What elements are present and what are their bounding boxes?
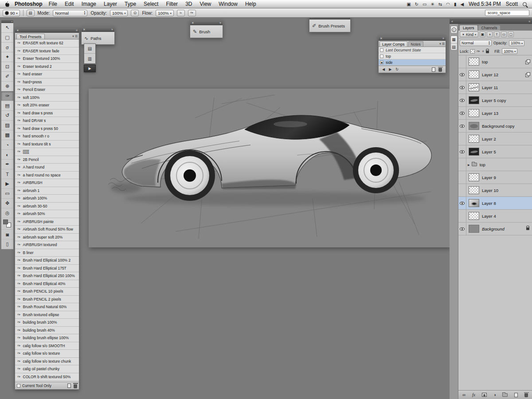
- visibility-toggle[interactable]: [458, 223, 466, 235]
- visibility-toggle[interactable]: [458, 94, 466, 106]
- path-selection-tool[interactable]: ▶: [1, 179, 13, 189]
- opacity-dropdown[interactable]: 100% ▾: [110, 10, 128, 16]
- layer-opacity-dropdown[interactable]: 100% ▾: [509, 40, 524, 46]
- new-comp-button[interactable]: [432, 67, 435, 72]
- menu-item-select[interactable]: Select: [144, 1, 158, 7]
- tool-preset-item[interactable]: ✑A hard round: [15, 164, 79, 172]
- display-icon[interactable]: ▣: [407, 2, 411, 7]
- tool-preset-item[interactable]: ✑Brush Hard Elliptical 40%: [15, 280, 79, 288]
- tool-preset-item[interactable]: ✑a hard round no space: [15, 172, 79, 180]
- quick-selection-tool[interactable]: ✦: [1, 52, 13, 62]
- eyedropper-tool[interactable]: ✐: [1, 72, 13, 82]
- disclosure-triangle-icon[interactable]: ▶: [468, 163, 470, 166]
- filter-type-layers-icon[interactable]: T: [494, 31, 500, 37]
- volume-icon[interactable]: ◀: [460, 2, 464, 7]
- layer-thumbnail[interactable]: [469, 186, 479, 194]
- type-tool[interactable]: T: [1, 169, 13, 179]
- tool-preset-picker[interactable]: 90 ▾: [3, 10, 20, 16]
- tab-channels[interactable]: Channels: [478, 25, 501, 31]
- comp-checkbox[interactable]: [380, 55, 383, 58]
- new-layer-button[interactable]: [514, 393, 518, 397]
- tool-preset-item[interactable]: ✑Brush textured ellipse: [15, 311, 79, 319]
- collapse-icon[interactable]: »: [111, 27, 113, 32]
- workspace-field[interactable]: scoro_space: [485, 10, 529, 16]
- visibility-toggle[interactable]: [458, 55, 466, 68]
- tool-preset-item[interactable]: ✑Brush Hard Elliptical 250 100%: [15, 272, 79, 280]
- layer-thumbnail[interactable]: [469, 135, 479, 143]
- panel-options-icon[interactable]: ▾ ☰: [439, 42, 445, 47]
- menu-item-view[interactable]: View: [200, 1, 211, 7]
- tool-preset-item[interactable]: ✑Airbrush Soft Round 50% flow: [15, 226, 79, 234]
- lock-paint-icon[interactable]: ✑: [477, 49, 480, 54]
- layer-row-layer-5-copy[interactable]: Layer 5 copy: [458, 94, 532, 107]
- tool-preset-item[interactable]: ✑2B Pencil: [15, 156, 79, 164]
- tool-preset-item[interactable]: ✑AIRBRUSH painte: [15, 218, 79, 226]
- airbrush-toggle-button[interactable]: ≈: [177, 10, 185, 16]
- layer-row-layer-10[interactable]: Layer 10: [458, 184, 532, 197]
- foreground-color-swatch[interactable]: [3, 219, 8, 224]
- histogram-panel-icon[interactable]: ▦: [451, 36, 457, 43]
- flow-dropdown[interactable]: 100% ▾: [156, 10, 173, 16]
- tool-preset-item[interactable]: ✑Eraser Textured 100%: [15, 55, 79, 63]
- link-layers-button[interactable]: ∞: [462, 392, 466, 397]
- layer-blend-mode-dropdown[interactable]: Normal ▴▾: [460, 40, 492, 46]
- visibility-toggle[interactable]: [458, 68, 466, 81]
- visibility-toggle[interactable]: [458, 120, 466, 132]
- quick-mask-button[interactable]: ◙: [1, 230, 13, 239]
- tool-preset-item[interactable]: ✑hard texture tilt s: [15, 141, 79, 149]
- layer-thumbnail[interactable]: [469, 122, 479, 130]
- notes-panel-icon[interactable]: ▤: [451, 43, 457, 50]
- tablet-size-button[interactable]: ✑: [188, 10, 196, 16]
- layer-thumbnail[interactable]: [469, 173, 479, 181]
- color-swatches[interactable]: [1, 218, 13, 230]
- menu-item-image[interactable]: Image: [82, 1, 96, 7]
- adjustment-layer-button[interactable]: ◑: [493, 392, 496, 397]
- layer-effects-button[interactable]: fx: [472, 392, 475, 397]
- comp-applied-icon[interactable]: [380, 61, 383, 64]
- lock-all-icon[interactable]: [486, 51, 489, 53]
- layer-row-layer-4[interactable]: Layer 4: [458, 210, 532, 223]
- visibility-toggle[interactable]: [458, 81, 466, 94]
- document-canvas[interactable]: [89, 89, 450, 247]
- comp-checkbox[interactable]: [380, 48, 383, 52]
- tool-preset-item[interactable]: ✑Pencil Eraser: [15, 86, 79, 94]
- lock-move-icon[interactable]: +: [482, 49, 484, 54]
- menu-item-edit[interactable]: Edit: [65, 1, 74, 7]
- tool-preset-item[interactable]: ✑calig follow s/o texture: [15, 350, 79, 358]
- layer-row-layer-12[interactable]: Layer 12: [458, 68, 532, 81]
- tab-notes[interactable]: Notes: [408, 41, 423, 47]
- delete-comp-button[interactable]: [438, 68, 442, 72]
- screen-mode-button[interactable]: ▯: [1, 239, 13, 249]
- layer-comp-row[interactable]: side: [379, 59, 446, 66]
- tool-preset-item[interactable]: ✑AIRBRUSH: [15, 179, 79, 187]
- layer-row-layer-13[interactable]: Layer 13: [458, 107, 532, 120]
- move-tool[interactable]: ↖: [1, 23, 13, 33]
- filter-adjustment-layers-icon[interactable]: ◑: [487, 31, 493, 37]
- tool-preset-item[interactable]: ✑airbrush 30-50: [15, 203, 79, 211]
- tool-preset-item[interactable]: ✑building brush 100%: [15, 319, 79, 327]
- tool-preset-item[interactable]: ✑airbrush 1: [15, 187, 79, 195]
- next-comp-button[interactable]: ▶: [389, 67, 391, 71]
- tool-preset-item[interactable]: ✑ERASER texture fade: [15, 47, 79, 55]
- tab-tool-presets[interactable]: Tool Presets: [16, 34, 45, 39]
- collapse-icon[interactable]: »: [442, 36, 444, 41]
- gradient-tool[interactable]: ▩: [1, 130, 13, 140]
- menu-item-file[interactable]: File: [49, 1, 57, 7]
- app-menu[interactable]: Photoshop: [15, 1, 43, 7]
- dodge-tool[interactable]: ◐: [1, 150, 13, 160]
- battery-icon[interactable]: ▮: [454, 2, 457, 7]
- apple-menu[interactable]: [4, 1, 9, 7]
- filter-pixel-layers-icon[interactable]: ▣: [480, 31, 485, 37]
- panel-menu-icon[interactable]: ≡: [76, 28, 78, 33]
- layer-row-background[interactable]: Background: [458, 223, 532, 235]
- tool-preset-item[interactable]: ✑hard DRAW s: [15, 117, 79, 125]
- menubar-clock[interactable]: Wed 5:34 PM: [469, 1, 501, 7]
- panel-group-buttons[interactable]: ▦ ▤: [450, 35, 458, 51]
- layer-row-layer-8[interactable]: Layer 8: [458, 197, 532, 210]
- tool-preset-item[interactable]: ✑hard draw s press 50: [15, 125, 79, 133]
- layer-row-layer-2[interactable]: Layer 2: [458, 133, 532, 145]
- layer-thumbnail[interactable]: [469, 58, 479, 66]
- layer-row-layer-11[interactable]: Layer 11: [458, 81, 532, 94]
- info-panel-button[interactable]: i: [450, 26, 458, 34]
- close-icon[interactable]: ✕: [83, 27, 86, 32]
